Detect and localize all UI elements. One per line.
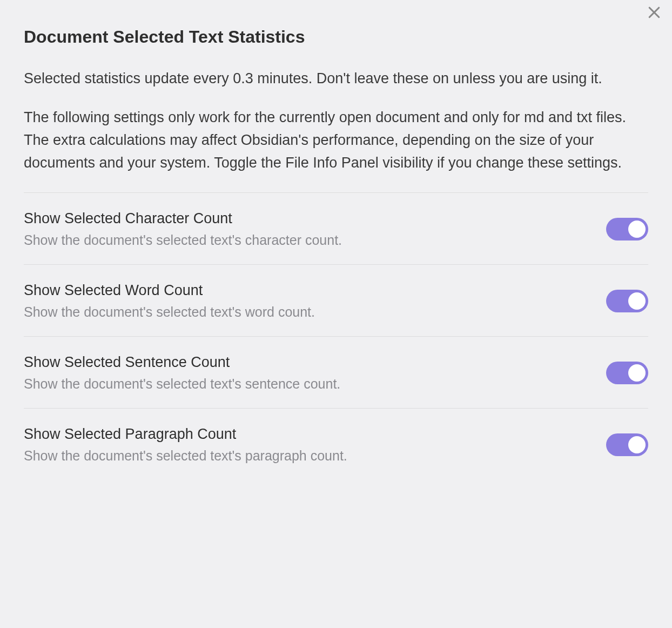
toggle-paragraph-count[interactable]	[606, 433, 648, 456]
setting-text: Show Selected Character Count Show the d…	[24, 210, 606, 248]
setting-text: Show Selected Word Count Show the docume…	[24, 282, 606, 320]
setting-title: Show Selected Word Count	[24, 282, 606, 299]
setting-desc: Show the document's selected text's sent…	[24, 376, 606, 392]
toggle-knob	[628, 436, 646, 453]
setting-row-paragraph-count: Show Selected Paragraph Count Show the d…	[24, 408, 648, 480]
setting-desc: Show the document's selected text's word…	[24, 304, 606, 320]
setting-desc: Show the document's selected text's char…	[24, 232, 606, 248]
setting-text: Show Selected Sentence Count Show the do…	[24, 354, 606, 392]
toggle-sentence-count[interactable]	[606, 362, 648, 384]
description-text-1: Selected statistics update every 0.3 min…	[24, 68, 648, 90]
setting-row-character-count: Show Selected Character Count Show the d…	[24, 192, 648, 264]
setting-row-sentence-count: Show Selected Sentence Count Show the do…	[24, 336, 648, 408]
setting-title: Show Selected Sentence Count	[24, 354, 606, 371]
setting-title: Show Selected Paragraph Count	[24, 426, 606, 443]
toggle-knob	[628, 292, 646, 310]
setting-text: Show Selected Paragraph Count Show the d…	[24, 426, 606, 464]
toggle-word-count[interactable]	[606, 290, 648, 312]
setting-title: Show Selected Character Count	[24, 210, 606, 227]
section-heading: Document Selected Text Statistics	[24, 27, 648, 47]
toggle-knob	[628, 221, 646, 238]
toggle-knob	[628, 364, 646, 382]
setting-desc: Show the document's selected text's para…	[24, 448, 606, 464]
setting-row-word-count: Show Selected Word Count Show the docume…	[24, 264, 648, 336]
toggle-character-count[interactable]	[606, 218, 648, 240]
description-text-2: The following settings only work for the…	[24, 106, 648, 175]
settings-panel: Document Selected Text Statistics Select…	[0, 0, 672, 480]
close-icon[interactable]	[646, 4, 662, 24]
